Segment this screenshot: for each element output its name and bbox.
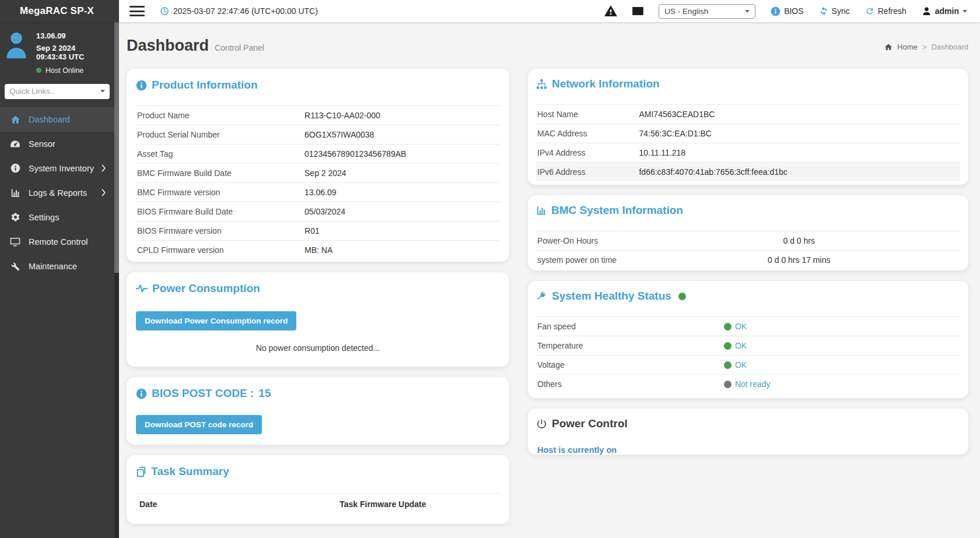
app-logo: MegaRAC SP-X bbox=[0, 0, 119, 22]
power-control-card: Power Control Host is currently on bbox=[528, 409, 968, 455]
table-row: Asset Tag01234567890123456789AB bbox=[136, 145, 500, 164]
table-row: MAC Address74:56:3C:EA:D1:BC bbox=[536, 124, 960, 143]
table-row: Temperature OK bbox=[536, 336, 960, 356]
sidebar-menu: Dashboard Sensor System Inventory Logs &… bbox=[0, 107, 114, 279]
main-content: Dashboard Control Panel Home > Dashboard… bbox=[119, 22, 980, 538]
clock-icon bbox=[160, 6, 169, 16]
mail-icon[interactable] bbox=[632, 7, 643, 15]
system-timestamp: 2025-03-07 22:47:46 (UTC+00:00 UTC) bbox=[160, 6, 318, 16]
refresh-icon bbox=[865, 6, 874, 16]
table-header-row: Date Task Firmware Update bbox=[136, 494, 500, 525]
power-icon bbox=[536, 419, 547, 430]
chevron-down-icon bbox=[100, 90, 105, 93]
status-link[interactable]: OK bbox=[735, 322, 747, 331]
card-title: Product Information bbox=[152, 79, 258, 92]
quick-links-select[interactable]: Quick Links.. bbox=[5, 84, 110, 99]
warning-icon[interactable] bbox=[604, 5, 617, 17]
table-row: BIOS Firmware Build Date05/03/2024 bbox=[136, 202, 500, 221]
sidebar-scrollbar[interactable] bbox=[114, 22, 119, 538]
monitor-icon bbox=[9, 237, 21, 247]
table-row: Product Serial Number6OG1X57IWA0038 bbox=[136, 125, 500, 145]
table-row: Fan speed OK bbox=[536, 317, 960, 336]
overall-health-dot bbox=[678, 293, 686, 300]
sidebar-firmware-date: Sep 2 2024 09:43:43 UTC bbox=[36, 44, 105, 62]
system-healthy-status-card: System Healthy Status Fan speed OK Tempe… bbox=[528, 281, 968, 398]
task-summary-col-date: Date bbox=[136, 494, 336, 525]
download-post-code-button[interactable]: Download POST code record bbox=[136, 415, 262, 434]
breadcrumb-home[interactable]: Home bbox=[897, 43, 918, 51]
sidebar-item-maintenance[interactable]: Maintenance bbox=[0, 254, 114, 279]
info-icon bbox=[136, 388, 147, 399]
pulse-icon bbox=[136, 284, 148, 293]
host-power-status: Host is currently on bbox=[537, 445, 960, 455]
download-power-consumption-button[interactable]: Download Power Consumption record bbox=[136, 311, 296, 330]
status-dot-green bbox=[724, 342, 732, 350]
info-icon bbox=[136, 80, 147, 91]
info-icon bbox=[771, 6, 780, 16]
wrench-icon bbox=[9, 262, 21, 271]
avatar bbox=[5, 31, 28, 58]
breadcrumb-current: Dashboard bbox=[931, 43, 968, 51]
sidebar-item-system-inventory[interactable]: System Inventory bbox=[0, 156, 114, 181]
card-title: Task Summary bbox=[151, 465, 229, 478]
page-title: Dashboard bbox=[127, 37, 209, 55]
breadcrumb-home-icon bbox=[884, 43, 892, 51]
table-row: IPv6 Addressfd66:c83f:4070:41ab:7656:3cf… bbox=[536, 163, 960, 182]
host-online-dot bbox=[36, 68, 41, 73]
page-subtitle: Control Panel bbox=[215, 43, 264, 52]
hamburger-menu-icon[interactable] bbox=[130, 6, 145, 16]
sidebar: 13.06.09 Sep 2 2024 09:43:43 UTC Host On… bbox=[0, 22, 114, 538]
sidebar-item-remote-control[interactable]: Remote Control bbox=[0, 230, 114, 254]
sidebar-scrollbar-thumb[interactable] bbox=[114, 22, 119, 273]
task-summary-card: Task Summary Date Task Firmware Update bbox=[127, 455, 509, 524]
home-icon bbox=[9, 115, 21, 124]
user-menu[interactable]: admin bbox=[922, 6, 967, 16]
sidebar-item-settings[interactable]: Settings bbox=[0, 205, 114, 230]
chevron-down-icon bbox=[963, 10, 967, 13]
table-row: BMC Firmware Build DateSep 2 2024 bbox=[136, 164, 500, 183]
card-title: BIOS POST CODE : bbox=[152, 387, 254, 400]
card-title: Power Consumption bbox=[152, 282, 260, 295]
gauge-icon bbox=[9, 139, 21, 149]
sync-button[interactable]: Sync bbox=[819, 6, 850, 16]
breadcrumb: Home > Dashboard bbox=[884, 43, 968, 51]
host-status-label: Host Online bbox=[46, 66, 83, 75]
product-information-card: Product Information Product NameR113-C10… bbox=[127, 69, 509, 262]
table-row: Host NameAMI74563CEAD1BC bbox=[536, 105, 960, 124]
chevron-down-icon bbox=[745, 10, 750, 13]
chevron-right-icon bbox=[101, 189, 106, 196]
bios-post-code-card: BIOS POST CODE : 15 Download POST code r… bbox=[127, 377, 509, 445]
status-dot-green bbox=[724, 323, 732, 330]
table-row: BIOS Firmware versionR01 bbox=[136, 221, 500, 241]
card-title: System Healthy Status bbox=[552, 290, 671, 303]
refresh-button[interactable]: Refresh bbox=[865, 6, 907, 16]
language-select[interactable]: US - English bbox=[659, 4, 755, 19]
sidebar-item-logs-reports[interactable]: Logs & Reports bbox=[0, 181, 114, 205]
table-row: Product NameR113-C10-AA02-000 bbox=[136, 106, 500, 125]
table-row: BMC Firmware version13.06.09 bbox=[136, 183, 500, 202]
sitemap-icon bbox=[536, 79, 547, 89]
bios-button[interactable]: BIOS bbox=[771, 6, 803, 16]
status-link[interactable]: OK bbox=[735, 360, 747, 370]
plug-icon bbox=[536, 291, 547, 302]
network-information-card: Network Information Host NameAMI74563CEA… bbox=[528, 69, 968, 185]
table-row: Power-On Hours0 d 0 hrs bbox=[536, 231, 960, 251]
status-link[interactable]: Not ready bbox=[735, 379, 771, 389]
task-summary-col-task: Task Firmware Update bbox=[336, 494, 500, 525]
bios-post-code-value: 15 bbox=[258, 387, 271, 400]
top-header: MegaRAC SP-X 2025-03-07 22:47:46 (UTC+00… bbox=[0, 0, 980, 22]
sidebar-firmware-version: 13.06.09 bbox=[36, 31, 105, 40]
user-icon bbox=[922, 6, 932, 16]
card-title: Network Information bbox=[552, 78, 660, 90]
status-link[interactable]: OK bbox=[735, 341, 747, 350]
sidebar-item-dashboard[interactable]: Dashboard bbox=[0, 107, 114, 132]
bar-chart-icon bbox=[536, 206, 547, 216]
table-row: Others Not ready bbox=[536, 375, 960, 394]
power-consumption-card: Power Consumption Download Power Consump… bbox=[127, 272, 509, 367]
card-title: Power Control bbox=[552, 417, 628, 430]
table-row: CPLD Firmware versionMB: NA bbox=[136, 241, 500, 260]
copy-icon bbox=[136, 466, 146, 477]
sync-icon bbox=[819, 6, 828, 16]
info-circle-icon bbox=[9, 163, 21, 173]
sidebar-item-sensor[interactable]: Sensor bbox=[0, 132, 114, 156]
